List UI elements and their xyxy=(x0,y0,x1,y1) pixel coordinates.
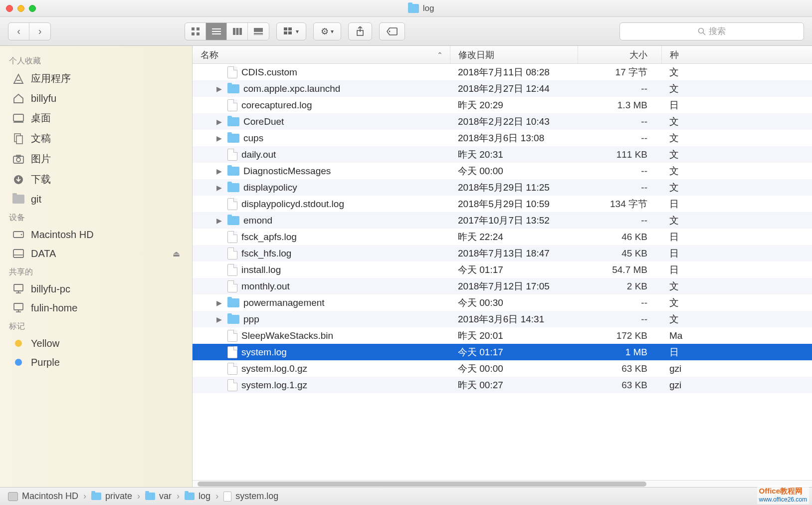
path-item[interactable]: private xyxy=(91,491,132,502)
file-icon xyxy=(227,248,237,259)
search-field[interactable]: 搜索 xyxy=(619,22,804,40)
svg-rect-16 xyxy=(288,31,292,34)
file-row[interactable]: ▶DiagnosticMessages今天 00:00--文 xyxy=(193,163,812,179)
disclosure-triangle-icon[interactable]: ▶ xyxy=(214,315,223,323)
file-date: 今天 01:17 xyxy=(450,263,578,276)
file-row[interactable]: install.log今天 01:1754.7 MB日 xyxy=(193,261,812,278)
file-row[interactable]: displaypolicyd.stdout.log2018年5月29日 10:5… xyxy=(193,196,812,212)
file-row[interactable]: ▶ppp2018年3月6日 14:31--文 xyxy=(193,311,812,327)
sidebar-item[interactable]: 下载 xyxy=(0,169,192,190)
file-row[interactable]: system.log今天 01:171 MB日 xyxy=(193,344,812,360)
file-date: 今天 00:00 xyxy=(450,165,578,178)
minimize-icon[interactable] xyxy=(17,5,24,12)
sidebar-item[interactable]: Purple xyxy=(0,353,192,372)
file-icon xyxy=(227,363,237,375)
horizontal-scrollbar[interactable] xyxy=(193,480,812,487)
svg-rect-15 xyxy=(284,31,287,34)
sidebar-item[interactable]: billyfu xyxy=(0,89,192,108)
column-header-size[interactable]: 大小 xyxy=(578,46,661,63)
file-size: 17 字节 xyxy=(578,66,661,79)
file-row[interactable]: ▶displaypolicy2018年5月29日 11:25--文 xyxy=(193,179,812,196)
path-item[interactable]: var xyxy=(145,491,172,502)
file-row[interactable]: CDIS.custom2018年7月11日 08:2817 字节文 xyxy=(193,64,812,80)
file-icon xyxy=(227,231,237,243)
svg-rect-1 xyxy=(197,27,200,30)
file-row[interactable]: system.log.0.gz今天 00:0063 KBgzi xyxy=(193,360,812,377)
view-mode-segment xyxy=(185,22,269,40)
sidebar-item[interactable]: git xyxy=(0,190,192,209)
path-item[interactable]: Macintosh HD xyxy=(8,491,78,502)
sidebar-item-label: 下载 xyxy=(31,173,51,186)
file-row[interactable]: ▶CoreDuet2018年2月22日 10:43--文 xyxy=(193,113,812,130)
file-row[interactable]: daily.out昨天 20:31111 KB文 xyxy=(193,146,812,163)
file-icon xyxy=(227,264,237,276)
sidebar-item[interactable]: 图片 xyxy=(0,149,192,169)
file-row[interactable]: ▶emond2017年10月7日 13:52--文 xyxy=(193,212,812,229)
column-view-button[interactable] xyxy=(227,23,248,40)
disclosure-triangle-icon[interactable]: ▶ xyxy=(214,184,223,192)
sidebar-item[interactable]: Macintosh HD xyxy=(0,225,192,244)
file-name: corecaptured.log xyxy=(241,100,312,111)
file-row[interactable]: system.log.1.gz昨天 00:2763 KBgzi xyxy=(193,377,812,393)
sidebar-section-header: 设备 xyxy=(0,209,192,225)
path-item[interactable]: system.log xyxy=(223,491,278,502)
path-item[interactable]: log xyxy=(185,491,210,502)
sidebar-item[interactable]: fulin-home xyxy=(0,298,192,317)
column-header-kind[interactable]: 种 xyxy=(661,46,812,63)
column-header-date[interactable]: 修改日期 xyxy=(450,46,578,63)
sidebar-item[interactable]: 桌面 xyxy=(0,108,192,128)
forward-button[interactable]: › xyxy=(29,23,50,40)
file-kind: 文 xyxy=(661,280,812,293)
maximize-icon[interactable] xyxy=(29,5,36,12)
eject-icon[interactable]: ⏏ xyxy=(173,249,180,258)
close-icon[interactable] xyxy=(6,5,13,12)
gallery-view-button[interactable] xyxy=(248,23,269,40)
action-button[interactable]: ⚙ ▾ xyxy=(313,22,341,40)
file-row[interactable]: ▶com.apple.xpc.launchd2018年2月27日 12:44--… xyxy=(193,80,812,97)
file-row[interactable]: ▶powermanagement今天 00:30--文 xyxy=(193,294,812,311)
folder-icon xyxy=(91,493,101,500)
sidebar-item[interactable]: 应用程序 xyxy=(0,68,192,89)
svg-rect-4 xyxy=(212,28,221,29)
file-row[interactable]: monthly.out2018年7月12日 17:052 KB文 xyxy=(193,278,812,294)
back-button[interactable]: ‹ xyxy=(8,23,29,40)
file-row[interactable]: fsck_hfs.log2018年7月13日 18:4745 KB日 xyxy=(193,245,812,261)
file-date: 2018年7月12日 17:05 xyxy=(450,280,578,293)
file-kind: 文 xyxy=(661,82,812,95)
disclosure-triangle-icon[interactable]: ▶ xyxy=(214,217,223,225)
sidebar-item[interactable]: Yellow xyxy=(0,334,192,353)
file-name: powermanagement xyxy=(243,297,325,308)
share-button[interactable] xyxy=(348,22,372,40)
icon-view-button[interactable] xyxy=(185,23,206,40)
disclosure-triangle-icon[interactable]: ▶ xyxy=(214,85,223,93)
list-view-button[interactable] xyxy=(206,23,227,40)
disclosure-triangle-icon[interactable]: ▶ xyxy=(214,118,223,126)
tags-button[interactable] xyxy=(379,22,405,40)
disclosure-triangle-icon[interactable]: ▶ xyxy=(214,299,223,307)
sidebar-item[interactable]: DATA⏏ xyxy=(0,244,192,263)
file-name: CDIS.custom xyxy=(241,67,297,78)
arrange-button[interactable]: ▾ xyxy=(276,22,306,40)
file-row[interactable]: fsck_apfs.log昨天 22:2446 KB日 xyxy=(193,229,812,245)
sidebar-item[interactable]: 文稿 xyxy=(0,128,192,149)
file-icon xyxy=(227,346,237,358)
file-kind: 日 xyxy=(661,247,812,260)
file-kind: 文 xyxy=(661,181,812,194)
file-size: -- xyxy=(578,215,661,226)
disclosure-triangle-icon[interactable]: ▶ xyxy=(214,134,223,142)
path-bar: Macintosh HD›private›var›log›system.log xyxy=(0,487,812,505)
svg-rect-8 xyxy=(236,28,238,35)
file-kind: 文 xyxy=(661,115,812,128)
file-name: ppp xyxy=(243,314,259,325)
file-date: 2018年5月29日 10:59 xyxy=(450,198,578,211)
file-row[interactable]: ▶cups2018年3月6日 13:08--文 xyxy=(193,130,812,146)
column-header-name[interactable]: 名称 ⌃ xyxy=(193,49,450,61)
file-size: 172 KB xyxy=(578,330,661,341)
sidebar-item[interactable]: billyfu-pc xyxy=(0,279,192,298)
file-date: 2018年3月6日 13:08 xyxy=(450,132,578,145)
disclosure-triangle-icon[interactable]: ▶ xyxy=(214,167,223,175)
file-row[interactable]: corecaptured.log昨天 20:291.3 MB日 xyxy=(193,97,812,113)
chevron-down-icon: ▾ xyxy=(296,28,299,35)
file-row[interactable]: SleepWakeStacks.bin昨天 20:01172 KBMa xyxy=(193,327,812,344)
svg-rect-13 xyxy=(284,27,287,30)
